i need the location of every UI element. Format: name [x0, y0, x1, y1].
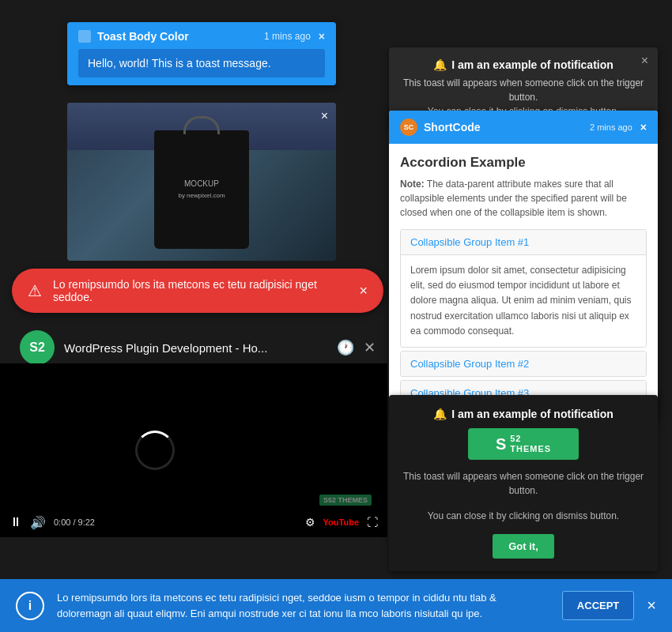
accordion-item-1-header[interactable]: Collapsible Group Item #1	[401, 230, 646, 254]
video-watermark: S52 THEMES	[319, 491, 372, 506]
volume-button[interactable]: 🔊	[30, 515, 46, 530]
bell-icon: 🔔	[433, 58, 447, 71]
notif-below: 🔔 I am an example of notification S 52TH…	[389, 395, 658, 571]
settings-icon[interactable]: ⚙	[305, 516, 315, 529]
mockup-bag: MOCKUPby newpixel.com	[154, 130, 249, 249]
mockup-image-area: × MOCKUPby newpixel.com	[67, 103, 336, 261]
fullscreen-button[interactable]: ⛶	[367, 516, 378, 529]
pin-icon[interactable]: ✕	[364, 339, 376, 356]
toast-blue-time: 1 mins ago	[264, 31, 311, 42]
notif-below-text1: This toast will appears when someone cli…	[402, 469, 645, 498]
cookie-close-icon[interactable]: ×	[647, 596, 656, 615]
toast-red-close[interactable]: ×	[359, 283, 368, 299]
cookie-text: Lo remipsumdo lors ita metcons ec tetu r…	[57, 590, 549, 621]
info-icon: i	[16, 592, 44, 620]
notif-dark-text1: This toast will appears when someone cli…	[402, 76, 645, 104]
blue-square-icon	[78, 30, 91, 43]
toast-blue-title: Toast Body Color	[97, 30, 189, 43]
video-time: 0:00 / 9:22	[54, 517, 95, 527]
alert-triangle-icon: ⚠	[28, 281, 42, 300]
youtube-label: YouTube	[323, 517, 359, 527]
accordion-item-1-body: Lorem ipsum dolor sit amet, consectetur …	[401, 254, 646, 347]
s52-number: S	[496, 435, 507, 453]
accordion-toast-close[interactable]: ×	[640, 121, 647, 134]
accordion-header-left: SC ShortCode	[400, 118, 481, 136]
s52-text: 52THEMES	[510, 434, 551, 454]
toast-blue-close[interactable]: ×	[319, 30, 325, 43]
s52-watermark-logo: S52 THEMES	[319, 495, 372, 506]
clock-icon[interactable]: 🕐	[337, 339, 354, 356]
video-spinner	[135, 431, 175, 470]
accordion-item-1: Collapsible Group Item #1 Lorem ipsum do…	[400, 229, 647, 348]
accordion-item-2: Collapsible Group Item #2	[400, 351, 647, 377]
toast-red-text: Lo remipsumdo lors ita metcons ec tetu r…	[53, 278, 348, 303]
bell-icon-2: 🔔	[433, 408, 447, 420]
accordion-note: Note: The data-parent attribute makes su…	[400, 177, 647, 220]
play-pause-button[interactable]: ⏸	[9, 515, 22, 529]
toast-red: ⚠ Lo remipsumdo lors ita metcons ec tetu…	[12, 269, 383, 313]
mockup-close-icon[interactable]: ×	[321, 109, 328, 123]
accordion-title: Accordion Example	[400, 155, 647, 171]
notif-below-text2: You can close it by clicking on dismiss …	[402, 509, 645, 523]
cookie-bar: i Lo remipsumdo lors ita metcons ec tetu…	[0, 579, 672, 632]
wp-avatar: S2	[20, 330, 55, 365]
notif-below-button[interactable]: Got it,	[493, 534, 554, 559]
s52-themes-logo: S 52THEMES	[468, 428, 579, 460]
accordion-toast-header: SC ShortCode 2 mins ago ×	[389, 111, 658, 144]
accordion-username: ShortCode	[424, 121, 481, 134]
mockup-placeholder: MOCKUPby newpixel.com	[67, 103, 336, 261]
accept-button[interactable]: ACCEPT	[562, 591, 634, 620]
s52-logo-inner: S 52THEMES	[496, 434, 551, 454]
shortcode-avatar: SC	[400, 118, 417, 136]
accordion-toast-time: 2 mins ago	[590, 122, 632, 132]
notif-dark-close-icon[interactable]: ×	[641, 54, 648, 68]
notif-below-title: 🔔 I am an example of notification	[402, 408, 645, 420]
video-controls: ⏸ 🔊 0:00 / 9:22 ⚙ YouTube ⛶	[0, 507, 387, 537]
accordion-item-2-header[interactable]: Collapsible Group Item #2	[401, 352, 646, 376]
accordion-toast-body: Accordion Example Note: The data-parent …	[389, 144, 658, 420]
notif-dark-title: 🔔 I am an example of notification	[402, 58, 645, 71]
toast-blue: Toast Body Color 1 mins ago × Hello, wor…	[67, 22, 336, 85]
accordion-toast: SC ShortCode 2 mins ago × Accordion Exam…	[389, 111, 658, 420]
toast-blue-body: Hello, world! This is a toast message.	[88, 57, 271, 70]
wp-plugin-title: WordPress Plugin Development - Ho...	[64, 341, 327, 355]
video-player: S52 THEMES ⏸ 🔊 0:00 / 9:22 ⚙ YouTube ⛶	[0, 363, 387, 537]
mockup-bag-text: MOCKUPby newpixel.com	[178, 179, 225, 201]
